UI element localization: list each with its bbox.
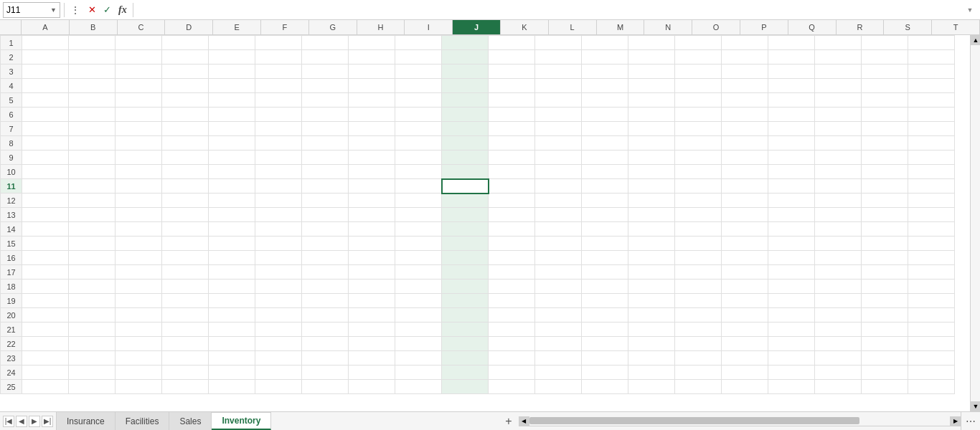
cell-I10[interactable] [395,165,442,179]
cell-H16[interactable] [349,251,395,265]
cell-D24[interactable] [162,366,209,380]
cell-K9[interactable] [489,150,535,165]
cell-T1[interactable] [908,36,955,50]
cell-L18[interactable] [535,280,582,294]
cell-J19[interactable] [442,294,489,308]
cancel-icon[interactable]: ✕ [86,3,98,16]
row-num-18[interactable]: 18 [1,280,22,294]
cell-L15[interactable] [535,236,582,251]
cell-N13[interactable] [628,208,675,222]
cell-F9[interactable] [255,150,302,165]
cell-D21[interactable] [162,322,209,337]
col-header-G[interactable]: G [309,20,357,34]
sheet-tab-facilities[interactable]: Facilities [116,412,170,430]
cell-P21[interactable] [722,322,768,337]
row-num-11[interactable]: 11 [1,179,22,194]
col-header-C[interactable]: C [118,20,166,34]
cell-G18[interactable] [302,280,349,294]
cell-K25[interactable] [489,380,535,394]
cell-N3[interactable] [628,64,675,79]
cell-T21[interactable] [908,322,955,337]
cell-L20[interactable] [535,308,582,322]
cell-I14[interactable] [395,222,442,236]
cell-O5[interactable] [675,93,722,108]
cell-F16[interactable] [255,251,302,265]
cell-N15[interactable] [628,236,675,251]
cell-I15[interactable] [395,236,442,251]
cell-F8[interactable] [255,136,302,150]
cell-K10[interactable] [489,165,535,179]
name-box-dropdown-icon[interactable]: ▼ [50,6,57,14]
cell-T16[interactable] [908,251,955,265]
cell-O4[interactable] [675,79,722,93]
row-num-25[interactable]: 25 [1,380,22,394]
cell-J13[interactable] [442,208,489,222]
formula-input[interactable] [137,2,961,18]
cell-T2[interactable] [908,50,955,64]
cell-N7[interactable] [628,122,675,136]
cell-D18[interactable] [162,280,209,294]
col-header-L[interactable]: L [549,20,597,34]
cell-H8[interactable] [349,136,395,150]
cell-F18[interactable] [255,280,302,294]
cell-S1[interactable] [862,36,908,50]
cell-S19[interactable] [862,294,908,308]
cell-J8[interactable] [442,136,489,150]
cell-T11[interactable] [908,179,955,194]
cell-H13[interactable] [349,208,395,222]
cell-C4[interactable] [116,79,162,93]
cell-D17[interactable] [162,265,209,280]
cell-H5[interactable] [349,93,395,108]
cell-R25[interactable] [815,380,862,394]
cell-B10[interactable] [69,165,116,179]
cell-C17[interactable] [116,265,162,280]
cell-F11[interactable] [255,179,302,194]
cell-Q1[interactable] [768,36,815,50]
cell-H15[interactable] [349,236,395,251]
cell-S15[interactable] [862,236,908,251]
cell-N24[interactable] [628,366,675,380]
cell-K11[interactable] [489,179,535,194]
cell-F15[interactable] [255,236,302,251]
cell-R13[interactable] [815,208,862,222]
row-num-17[interactable]: 17 [1,265,22,280]
cell-N23[interactable] [628,351,675,366]
cell-F10[interactable] [255,165,302,179]
cell-Q5[interactable] [768,93,815,108]
cell-O22[interactable] [675,337,722,351]
fx-icon[interactable]: fx [116,3,129,17]
cell-L1[interactable] [535,36,582,50]
cell-G3[interactable] [302,64,349,79]
cell-B22[interactable] [69,337,116,351]
cell-C23[interactable] [116,351,162,366]
cell-O7[interactable] [675,122,722,136]
cell-C2[interactable] [116,50,162,64]
cell-J22[interactable] [442,337,489,351]
row-num-24[interactable]: 24 [1,366,22,380]
grid-scroll[interactable]: 1234567891011121314151617181920212223242… [0,35,970,411]
cell-T18[interactable] [908,280,955,294]
cell-M12[interactable] [582,194,628,208]
cell-N20[interactable] [628,308,675,322]
cell-G19[interactable] [302,294,349,308]
cell-S25[interactable] [862,380,908,394]
cell-N2[interactable] [628,50,675,64]
cell-Q4[interactable] [768,79,815,93]
cell-A5[interactable] [22,93,69,108]
sheet-more-btn[interactable]: ⋯ [964,415,977,428]
cell-M1[interactable] [582,36,628,50]
cell-T5[interactable] [908,93,955,108]
cell-T6[interactable] [908,108,955,122]
cell-N11[interactable] [628,179,675,194]
cell-N14[interactable] [628,222,675,236]
cell-L14[interactable] [535,222,582,236]
cell-P23[interactable] [722,351,768,366]
cell-Q12[interactable] [768,194,815,208]
cell-C12[interactable] [116,194,162,208]
cell-C11[interactable] [116,179,162,194]
cell-I20[interactable] [395,308,442,322]
cell-M22[interactable] [582,337,628,351]
cell-S13[interactable] [862,208,908,222]
cell-M19[interactable] [582,294,628,308]
cell-R11[interactable] [815,179,862,194]
